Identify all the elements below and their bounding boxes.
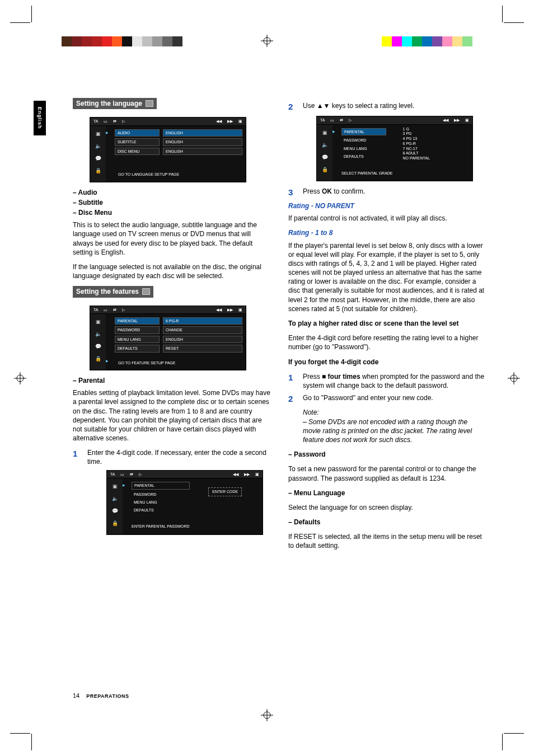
crop-mark — [504, 733, 524, 734]
menu-value: ENGLISH — [163, 138, 242, 145]
subheading-password: – Password — [288, 450, 487, 459]
shuffle-icon: ⇄ — [113, 307, 116, 312]
page-footer: 14 PREPARATIONS — [73, 692, 129, 700]
osd-select-rating: TA ▭ ⇄ ▷ ◀◀ ▶▶ ▣ ▣ 🔈 💬 🔒 ▶ P — [316, 116, 473, 181]
play-icon: ▷ — [122, 119, 125, 124]
step-forget-1: 1 Press ■ four times when prompted for t… — [288, 372, 487, 390]
setup-audio-icon: 🔈 — [111, 495, 119, 502]
menu-value: ENGLISH — [163, 129, 242, 137]
left-column: Setting the language TA ▭ ⇄ ▷ ◀◀ ▶▶ ▣ ▣ … — [73, 98, 271, 556]
bullet-audio: Audio — [73, 188, 271, 197]
shuffle-icon: ⇄ — [130, 472, 133, 477]
setup-lock-icon: 🔒 — [94, 167, 102, 174]
note-label: Note: — [303, 408, 319, 416]
body-text: To set a new password for the parental c… — [288, 464, 487, 482]
enter-code-box: ENTER CODE — [208, 487, 242, 496]
setup-screen-icon: ▣ — [94, 318, 102, 325]
body-text: If the language selected is not availabl… — [73, 262, 271, 280]
color-bar-right — [382, 36, 472, 46]
menu-item: AUDIO — [115, 129, 160, 137]
menu-item: PARENTAL — [132, 482, 190, 489]
setup-subtitle-icon: 💬 — [111, 508, 119, 514]
language-tab: English — [34, 101, 46, 135]
osd-language-setup: TA ▭ ⇄ ▷ ◀◀ ▶▶ ▣ ▣ 🔈 💬 🔒 ▶ AUDIOENGLISH — [90, 117, 246, 182]
setup-subtitle-icon: 💬 — [94, 155, 102, 162]
step-text: Enter the 4-digit code. If necessary, en… — [87, 448, 271, 466]
bullet-list: Audio Subtitle Disc Menu — [73, 188, 271, 218]
subheading-menu-language: – Menu Language — [288, 489, 487, 497]
step-number: 1 — [288, 372, 296, 390]
menu-item: DEFAULTS — [132, 507, 190, 513]
right-column: 2 Use ▲▼ keys to select a rating level. … — [288, 98, 487, 556]
menu-item: MENU LANG — [132, 499, 190, 505]
subheading: Rating - NO PARENT — [288, 201, 487, 210]
body-text: Select the language for on screen displa… — [288, 503, 487, 512]
menu-value: CHANGE — [163, 326, 242, 334]
screen-icon: ▭ — [104, 307, 107, 312]
setup-screen-icon: ▣ — [94, 130, 102, 137]
osd-enter-password: TA ▭ ⇄ ▷ ◀◀ ▶▶ ▣ ▣ 🔈 💬 🔒 ▶ P — [106, 470, 263, 535]
text: Press — [303, 373, 322, 381]
section-heading-text: Setting the features — [76, 287, 139, 296]
setup-subtitle-icon: 💬 — [321, 154, 329, 161]
screen-icon: ▭ — [120, 472, 124, 477]
rewind-icon: ◀◀ — [216, 307, 222, 312]
osd-status: ENTER PARENTAL PASSWORD — [132, 524, 190, 529]
osd-feature-setup: TA ▭ ⇄ ▷ ◀◀ ▶▶ ▣ ▣ 🔈 💬 🔒 ▶ PARENTAL6 PG-… — [90, 306, 246, 370]
setup-lock-icon: 🔒 — [111, 520, 119, 527]
menu-item: DEFAULTS — [115, 345, 160, 352]
menu-item: PASSWORD — [132, 491, 190, 497]
osd-label: TA — [93, 119, 98, 124]
fastforward-icon: ▶▶ — [244, 472, 250, 477]
osd-status: SELECT PARENTAL GRADE — [341, 170, 396, 177]
bullet-parental: Parental — [73, 376, 271, 385]
section-heading-text: Setting the language — [76, 99, 142, 108]
setup-audio-icon: 🔈 — [94, 331, 102, 337]
crop-mark — [504, 22, 524, 23]
crop-mark — [502, 6, 503, 22]
setup-lock-icon: 🔒 — [321, 166, 329, 173]
stop-box-icon: ▣ — [238, 119, 242, 124]
subheading: If you forget the 4-digit code — [288, 358, 487, 367]
crop-mark — [31, 6, 32, 22]
step-number: 2 — [288, 393, 296, 405]
stop-box-icon: ▣ — [238, 307, 242, 312]
screen-icon: ▭ — [330, 118, 334, 123]
step-text: Use ▲▼ keys to select a rating level. — [303, 101, 487, 112]
menu-pointer-icon: ▶ — [106, 314, 111, 370]
text: Use — [303, 102, 317, 110]
note-block: Note: – Some DVDs are not encoded with a… — [303, 408, 487, 444]
setup-lock-icon: 🔒 — [94, 355, 102, 362]
body-text: If parental control is not activated, it… — [288, 214, 487, 223]
menu-item: MENU LANG — [115, 336, 160, 343]
setup-subtitle-icon: 💬 — [94, 343, 102, 350]
fastforward-icon: ▶▶ — [227, 307, 233, 312]
crop-mark — [10, 733, 30, 734]
body-text: Enables setting of playback limitation l… — [73, 388, 271, 443]
menu-item: MENU LANG — [341, 145, 396, 152]
registration-mark-icon — [261, 709, 273, 721]
color-bar-left — [62, 36, 182, 46]
setup-screen-icon: ▣ — [111, 483, 119, 490]
menu-pointer-icon: ▶ — [106, 126, 111, 182]
osd-status: GO TO FEATURE SETUP PAGE — [115, 359, 242, 367]
note-body: – Some DVDs are not encoded with a ratin… — [303, 418, 472, 444]
bullet-disc-menu: Disc Menu — [73, 208, 271, 217]
rewind-icon: ◀◀ — [443, 118, 448, 123]
ok-button-label: OK — [322, 187, 332, 195]
bold-text: four times — [326, 373, 360, 381]
step-number: 3 — [288, 187, 296, 198]
menu-pointer-icon: ▶ — [332, 125, 338, 181]
language-setup-icon — [146, 100, 153, 107]
section-name: PREPARATIONS — [86, 693, 129, 699]
page-number: 14 — [73, 692, 79, 700]
bullet-subtitle: Subtitle — [73, 198, 271, 207]
osd-label: TA — [110, 472, 115, 477]
rating-list: 1 G 3 PG 4 PG 13 6 PG-R 7 NC-17 8 ADULT … — [400, 125, 472, 181]
rewind-icon: ◀◀ — [233, 472, 238, 477]
subheading: To play a higher rated disc or scene tha… — [288, 319, 487, 328]
osd-label: TA — [93, 307, 98, 312]
setup-audio-icon: 🔈 — [321, 142, 329, 148]
menu-item: SUBTITLE — [115, 138, 160, 145]
step-number: 2 — [288, 101, 296, 112]
